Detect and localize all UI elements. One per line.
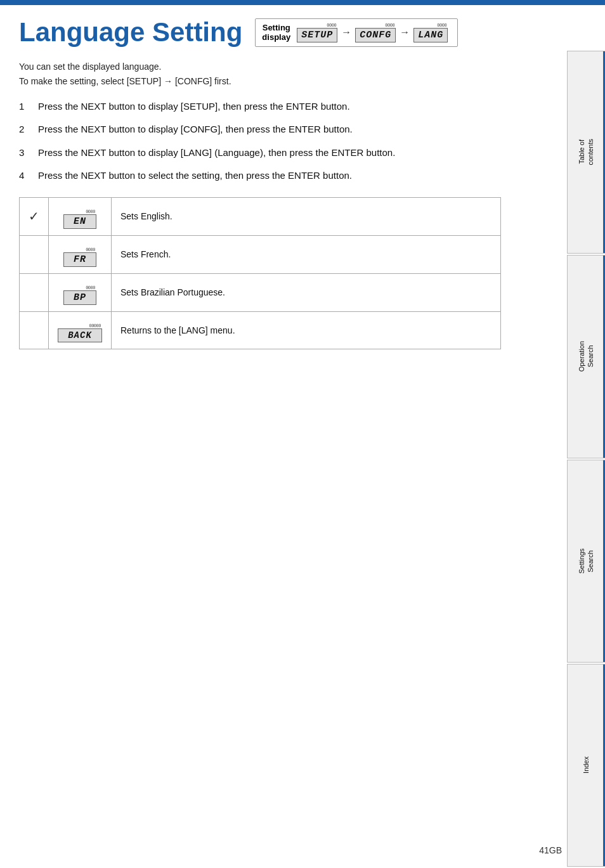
display-cell-4: 00000 BACK (49, 311, 112, 349)
step-text-4: Press the NEXT button to select the sett… (38, 169, 552, 183)
step-item: 4 Press the NEXT button to select the se… (19, 169, 552, 183)
main-content: Language Setting Settingdisplay 0000 SET… (0, 5, 571, 375)
setting-display-box: Settingdisplay 0000 SETUP → 0000 CONFG →… (255, 18, 458, 47)
setup-indicator: 0000 (327, 23, 336, 28)
lang-indicator: 0000 (437, 23, 446, 28)
lang-display: 0000 LANG (413, 23, 448, 42)
back-indicator: 00000 (89, 323, 101, 328)
table-row: ✓ 0000 EN Sets English. (20, 197, 501, 235)
page-header: Language Setting Settingdisplay 0000 SET… (19, 18, 552, 47)
top-bar (0, 0, 605, 5)
bp-screen: BP (63, 290, 96, 305)
check-cell-3 (20, 273, 49, 311)
fr-screen: FR (63, 252, 96, 267)
config-indicator: 0000 (385, 23, 394, 28)
desc-cell-3: Sets Brazilian Portuguese. (112, 273, 501, 311)
step-item: 3 Press the NEXT button to display [LANG… (19, 146, 552, 160)
intro-text: You can set the displayed language. To m… (19, 60, 552, 88)
desc-cell-4: Returns to the [LANG] menu. (112, 311, 501, 349)
steps-list: 1 Press the NEXT button to display [SETU… (19, 100, 552, 183)
table-row: 00000 BACK Returns to the [LANG] menu. (20, 311, 501, 349)
en-display: 0000 EN (63, 209, 96, 229)
back-screen: BACK (58, 328, 102, 342)
sidebar-tab-label-toc: Table ofcontents (577, 139, 595, 165)
step-num-2: 2 (19, 122, 32, 137)
check-cell-4 (20, 311, 49, 349)
en-screen: EN (63, 214, 96, 229)
sidebar-tab-index[interactable]: Index (567, 664, 605, 867)
check-cell-1: ✓ (20, 197, 49, 235)
right-sidebar: Table ofcontents OperationSearch Setting… (567, 0, 605, 868)
sidebar-tab-table-of-contents[interactable]: Table ofcontents (567, 51, 605, 254)
step-num-4: 4 (19, 169, 32, 183)
step-item: 2 Press the NEXT button to display [CONF… (19, 122, 552, 137)
fr-indicator: 0000 (86, 247, 95, 252)
lang-screen: LANG (413, 28, 448, 42)
arrow-1: → (341, 27, 351, 38)
page-number: 41GB (539, 845, 562, 855)
sidebar-tab-label-index: Index (582, 756, 590, 774)
table-row: 0000 FR Sets French. (20, 235, 501, 273)
sidebar-tab-settings-search[interactable]: SettingsSearch (567, 460, 605, 663)
display-cell-2: 0000 FR (49, 235, 112, 273)
language-table: ✓ 0000 EN Sets English. 0000 FR Sets Fre… (19, 197, 501, 349)
step-text-1: Press the NEXT button to display [SETUP]… (38, 100, 552, 114)
display-cell-1: 0000 EN (49, 197, 112, 235)
intro-line1: You can set the displayed language. (19, 62, 161, 72)
desc-cell-1: Sets English. (112, 197, 501, 235)
step-text-2: Press the NEXT button to display [CONFG]… (38, 122, 552, 137)
back-display: 00000 BACK (58, 323, 102, 342)
sidebar-tab-operation-search[interactable]: OperationSearch (567, 255, 605, 458)
arrow-2: → (400, 27, 410, 38)
bp-indicator: 0000 (86, 285, 95, 290)
desc-cell-2: Sets French. (112, 235, 501, 273)
setting-display-label: Settingdisplay (262, 23, 293, 42)
intro-line2: To make the setting, select [SETUP] → [C… (19, 76, 231, 86)
check-cell-2 (20, 235, 49, 273)
config-display: 0000 CONFG (355, 23, 396, 42)
step-num-3: 3 (19, 146, 32, 160)
step-text-3: Press the NEXT button to display [LANG] … (38, 146, 552, 160)
sidebar-tab-label-settings: SettingsSearch (577, 548, 595, 574)
page-title: Language Setting (19, 18, 242, 47)
table-row: 0000 BP Sets Brazilian Portuguese. (20, 273, 501, 311)
config-screen: CONFG (355, 28, 396, 42)
display-cell-3: 0000 BP (49, 273, 112, 311)
sidebar-tab-label-operation: OperationSearch (577, 341, 595, 372)
checkmark-icon: ✓ (29, 209, 39, 223)
step-item: 1 Press the NEXT button to display [SETU… (19, 100, 552, 114)
bp-display: 0000 BP (63, 285, 96, 305)
setup-screen: SETUP (297, 28, 337, 42)
en-indicator: 0000 (86, 209, 95, 214)
step-num-1: 1 (19, 100, 32, 114)
fr-display: 0000 FR (63, 247, 96, 267)
setup-display: 0000 SETUP (297, 23, 337, 42)
